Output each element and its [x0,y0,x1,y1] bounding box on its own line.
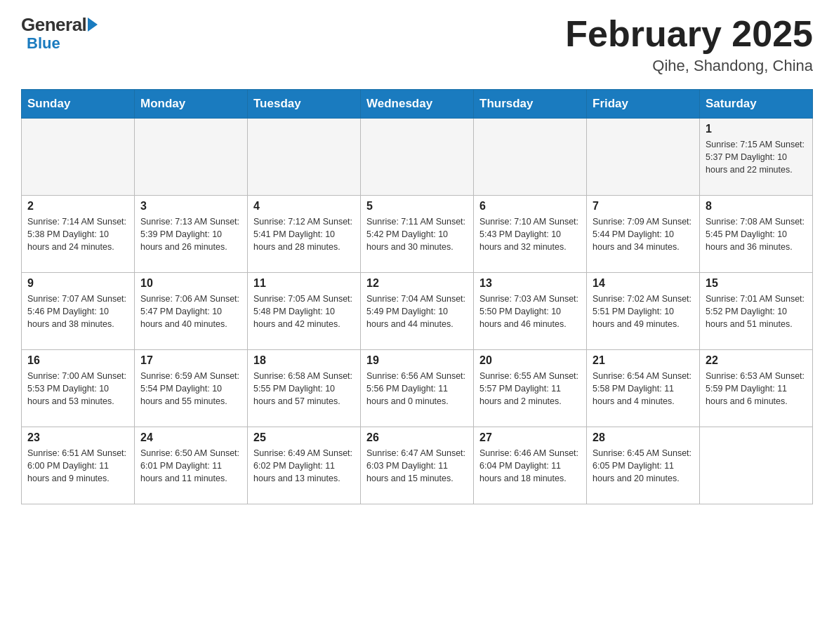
day-info: Sunrise: 6:58 AM Sunset: 5:55 PM Dayligh… [253,370,355,408]
calendar-header-tuesday: Tuesday [248,90,361,119]
day-info: Sunrise: 7:00 AM Sunset: 5:53 PM Dayligh… [27,370,128,408]
calendar-week-row: 16Sunrise: 7:00 AM Sunset: 5:53 PM Dayli… [22,350,813,427]
day-info: Sunrise: 7:03 AM Sunset: 5:50 PM Dayligh… [479,293,581,330]
day-number: 25 [253,431,355,444]
calendar-cell: 7Sunrise: 7:09 AM Sunset: 5:44 PM Daylig… [587,196,700,273]
title-block: February 2025 Qihe, Shandong, China [565,14,813,75]
day-info: Sunrise: 7:14 AM Sunset: 5:38 PM Dayligh… [27,215,128,253]
calendar-cell [587,119,700,196]
day-info: Sunrise: 7:02 AM Sunset: 5:51 PM Dayligh… [593,293,694,330]
calendar-cell [248,119,361,196]
day-number: 7 [593,200,694,213]
day-number: 20 [479,354,581,367]
day-number: 13 [479,277,581,290]
calendar-cell: 3Sunrise: 7:13 AM Sunset: 5:39 PM Daylig… [135,196,248,273]
calendar-cell: 18Sunrise: 6:58 AM Sunset: 5:55 PM Dayli… [248,350,361,427]
calendar-cell: 14Sunrise: 7:02 AM Sunset: 5:51 PM Dayli… [587,273,700,350]
calendar-cell [361,119,474,196]
calendar-cell: 24Sunrise: 6:50 AM Sunset: 6:01 PM Dayli… [135,427,248,504]
calendar-week-row: 2Sunrise: 7:14 AM Sunset: 5:38 PM Daylig… [22,196,813,273]
day-number: 14 [593,277,694,290]
day-info: Sunrise: 7:11 AM Sunset: 5:42 PM Dayligh… [366,215,468,253]
calendar-cell: 27Sunrise: 6:46 AM Sunset: 6:04 PM Dayli… [474,427,587,504]
day-info: Sunrise: 6:59 AM Sunset: 5:54 PM Dayligh… [140,370,241,408]
day-info: Sunrise: 7:08 AM Sunset: 5:45 PM Dayligh… [706,215,807,253]
calendar-header-saturday: Saturday [700,90,813,119]
calendar-cell: 8Sunrise: 7:08 AM Sunset: 5:45 PM Daylig… [700,196,813,273]
calendar-cell [22,119,135,196]
calendar-cell: 1Sunrise: 7:15 AM Sunset: 5:37 PM Daylig… [700,119,813,196]
day-number: 19 [366,354,468,367]
day-number: 6 [479,200,581,213]
day-number: 12 [366,277,468,290]
day-number: 5 [366,200,468,213]
day-number: 16 [27,354,128,367]
day-number: 21 [593,354,694,367]
day-number: 15 [706,277,807,290]
day-number: 3 [140,200,241,213]
calendar-cell: 12Sunrise: 7:04 AM Sunset: 5:49 PM Dayli… [361,273,474,350]
location-title: Qihe, Shandong, China [565,57,813,75]
calendar-cell: 10Sunrise: 7:06 AM Sunset: 5:47 PM Dayli… [135,273,248,350]
day-info: Sunrise: 7:05 AM Sunset: 5:48 PM Dayligh… [253,293,355,330]
day-info: Sunrise: 6:51 AM Sunset: 6:00 PM Dayligh… [27,447,128,485]
calendar-header-friday: Friday [587,90,700,119]
calendar-cell: 6Sunrise: 7:10 AM Sunset: 5:43 PM Daylig… [474,196,587,273]
logo-arrow-icon [88,18,98,32]
day-info: Sunrise: 7:06 AM Sunset: 5:47 PM Dayligh… [140,293,241,330]
calendar-table: SundayMondayTuesdayWednesdayThursdayFrid… [21,89,813,504]
day-number: 11 [253,277,355,290]
calendar-cell: 2Sunrise: 7:14 AM Sunset: 5:38 PM Daylig… [22,196,135,273]
logo-blue-text: Blue [27,34,60,53]
day-info: Sunrise: 7:10 AM Sunset: 5:43 PM Dayligh… [479,215,581,253]
calendar-week-row: 1Sunrise: 7:15 AM Sunset: 5:37 PM Daylig… [22,119,813,196]
day-number: 1 [706,123,807,135]
calendar-cell: 11Sunrise: 7:05 AM Sunset: 5:48 PM Dayli… [248,273,361,350]
day-info: Sunrise: 7:15 AM Sunset: 5:37 PM Dayligh… [706,138,807,176]
day-info: Sunrise: 6:55 AM Sunset: 5:57 PM Dayligh… [479,370,581,408]
day-number: 4 [253,200,355,213]
day-info: Sunrise: 6:56 AM Sunset: 5:56 PM Dayligh… [366,370,468,408]
day-info: Sunrise: 7:01 AM Sunset: 5:52 PM Dayligh… [706,293,807,330]
day-info: Sunrise: 7:13 AM Sunset: 5:39 PM Dayligh… [140,215,241,253]
calendar-cell: 4Sunrise: 7:12 AM Sunset: 5:41 PM Daylig… [248,196,361,273]
calendar-cell: 25Sunrise: 6:49 AM Sunset: 6:02 PM Dayli… [248,427,361,504]
calendar-cell [135,119,248,196]
calendar-header-wednesday: Wednesday [361,90,474,119]
calendar-header-monday: Monday [135,90,248,119]
day-number: 18 [253,354,355,367]
calendar-cell: 9Sunrise: 7:07 AM Sunset: 5:46 PM Daylig… [22,273,135,350]
day-info: Sunrise: 7:04 AM Sunset: 5:49 PM Dayligh… [366,293,468,330]
day-number: 22 [706,354,807,367]
day-number: 26 [366,431,468,444]
month-title: February 2025 [565,14,813,54]
calendar-cell [700,427,813,504]
day-info: Sunrise: 6:45 AM Sunset: 6:05 PM Dayligh… [593,447,694,485]
calendar-cell: 23Sunrise: 6:51 AM Sunset: 6:00 PM Dayli… [22,427,135,504]
day-number: 2 [27,200,128,213]
day-number: 17 [140,354,241,367]
calendar-cell: 15Sunrise: 7:01 AM Sunset: 5:52 PM Dayli… [700,273,813,350]
day-info: Sunrise: 6:49 AM Sunset: 6:02 PM Dayligh… [253,447,355,485]
day-number: 9 [27,277,128,290]
calendar-cell: 19Sunrise: 6:56 AM Sunset: 5:56 PM Dayli… [361,350,474,427]
calendar-cell: 26Sunrise: 6:47 AM Sunset: 6:03 PM Dayli… [361,427,474,504]
day-number: 8 [706,200,807,213]
logo: General Blue [21,14,98,53]
day-info: Sunrise: 7:12 AM Sunset: 5:41 PM Dayligh… [253,215,355,253]
day-info: Sunrise: 6:53 AM Sunset: 5:59 PM Dayligh… [706,370,807,408]
calendar-week-row: 23Sunrise: 6:51 AM Sunset: 6:00 PM Dayli… [22,427,813,504]
day-info: Sunrise: 6:46 AM Sunset: 6:04 PM Dayligh… [479,447,581,485]
page-header: General Blue February 2025 Qihe, Shandon… [21,14,813,75]
calendar-header-thursday: Thursday [474,90,587,119]
calendar-cell: 5Sunrise: 7:11 AM Sunset: 5:42 PM Daylig… [361,196,474,273]
day-info: Sunrise: 6:47 AM Sunset: 6:03 PM Dayligh… [366,447,468,485]
day-number: 28 [593,431,694,444]
calendar-cell: 20Sunrise: 6:55 AM Sunset: 5:57 PM Dayli… [474,350,587,427]
day-info: Sunrise: 7:07 AM Sunset: 5:46 PM Dayligh… [27,293,128,330]
calendar-cell: 16Sunrise: 7:00 AM Sunset: 5:53 PM Dayli… [22,350,135,427]
calendar-cell: 13Sunrise: 7:03 AM Sunset: 5:50 PM Dayli… [474,273,587,350]
calendar-cell: 28Sunrise: 6:45 AM Sunset: 6:05 PM Dayli… [587,427,700,504]
calendar-header-sunday: Sunday [22,90,135,119]
day-number: 27 [479,431,581,444]
